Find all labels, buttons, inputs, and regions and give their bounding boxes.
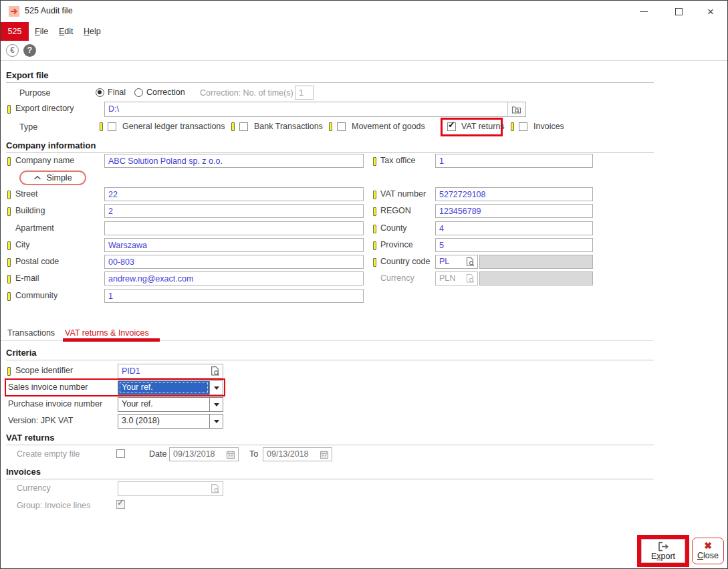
title-bar: 525 Audit file × <box>1 1 727 23</box>
community-label: Community <box>15 291 57 300</box>
menu-help[interactable]: Help <box>84 22 101 41</box>
building-field[interactable] <box>104 204 364 218</box>
bank-transactions-label[interactable]: Bank Transactions <box>254 122 323 131</box>
regon-field[interactable] <box>435 204 593 218</box>
movement-goods-label[interactable]: Movement of goods <box>352 122 425 131</box>
purchase-invoice-dropdown[interactable]: Your ref. <box>118 397 223 412</box>
dropdown-arrow-button[interactable] <box>209 381 223 394</box>
menu-file[interactable]: File <box>35 22 48 41</box>
tax-office-label: Tax office <box>380 156 416 165</box>
tab-transactions[interactable]: Transactions <box>7 328 55 338</box>
movement-goods-checkbox[interactable] <box>337 122 346 131</box>
required-marker <box>373 258 376 267</box>
scope-identifier-field[interactable]: PID1 <box>118 364 223 378</box>
building-label: Building <box>15 206 45 215</box>
lookup-icon[interactable] <box>210 366 221 376</box>
postal-code-label: Postal code <box>15 257 59 266</box>
invoices-checkbox[interactable] <box>519 122 527 131</box>
chevron-down-icon <box>214 386 219 390</box>
vat-number-label: VAT number <box>380 189 426 199</box>
minimize-button[interactable] <box>632 3 656 20</box>
divider <box>6 82 654 83</box>
browse-directory-button[interactable] <box>507 102 525 116</box>
version-jpk-label: Version: JPK VAT <box>8 416 74 425</box>
export-directory-field[interactable]: D:\ <box>104 102 526 117</box>
create-empty-file-checkbox[interactable] <box>116 449 125 458</box>
country-name-field-disabled <box>479 255 593 269</box>
divider <box>6 360 654 360</box>
create-empty-file-label: Create empty file <box>17 449 80 459</box>
required-marker <box>100 122 103 131</box>
dropdown-arrow-button[interactable] <box>209 398 223 411</box>
dropdown-arrow-button[interactable] <box>209 415 223 428</box>
province-label: Province <box>380 240 413 249</box>
lookup-icon[interactable] <box>465 257 475 267</box>
invoices-label[interactable]: Invoices <box>533 122 564 131</box>
menu-badge: 525 <box>1 22 29 41</box>
vat-returns-label[interactable]: VAT returns <box>461 122 505 131</box>
invoices-heading: Invoices <box>6 467 41 477</box>
maximize-button[interactable] <box>666 3 691 20</box>
date-from-field[interactable]: 09/13/2018 <box>169 447 239 461</box>
simple-toggle-button[interactable]: Simple <box>19 170 86 185</box>
currency-euro-icon[interactable]: € <box>6 44 19 57</box>
general-ledger-label[interactable]: General ledger transactions <box>122 122 225 131</box>
close-x-icon: ✖ <box>704 541 712 551</box>
close-window-button[interactable]: × <box>699 3 723 20</box>
tax-office-field[interactable] <box>435 154 593 168</box>
required-marker <box>329 122 332 131</box>
company-currency-field: PLN <box>435 271 478 286</box>
postal-code-field[interactable] <box>104 255 364 269</box>
calendar-icon[interactable] <box>226 450 235 459</box>
required-marker <box>7 157 11 166</box>
company-currency-value: PLN <box>439 273 455 283</box>
email-label: E-mail <box>15 273 39 283</box>
general-ledger-checkbox[interactable] <box>108 122 116 131</box>
final-radio[interactable] <box>96 88 104 97</box>
bank-transactions-checkbox[interactable] <box>239 122 248 131</box>
chevron-down-icon <box>214 420 219 423</box>
street-field[interactable] <box>104 187 364 201</box>
required-marker <box>373 157 376 166</box>
county-label: County <box>380 223 407 233</box>
vat-returns-checkbox[interactable]: ✓ <box>447 122 456 131</box>
lookup-icon-disabled <box>465 273 475 283</box>
city-field[interactable] <box>104 238 364 252</box>
close-window-icon: × <box>707 6 714 17</box>
purchase-invoice-label: Purchase invoice number <box>8 399 102 409</box>
apartment-field[interactable] <box>104 221 364 235</box>
province-field[interactable] <box>435 238 593 252</box>
vat-returns-heading: VAT returns <box>6 433 54 443</box>
invoice-currency-field <box>118 481 223 496</box>
email-field[interactable] <box>104 271 364 286</box>
apartment-label: Apartment <box>15 223 54 233</box>
chevron-down-icon <box>214 403 219 407</box>
close-button[interactable]: ✖ Close <box>692 538 724 564</box>
version-jpk-dropdown[interactable]: 3.0 (2018) <box>118 414 223 429</box>
export-button[interactable]: Export <box>641 539 685 563</box>
county-field[interactable] <box>435 221 593 235</box>
country-code-label: Country code <box>380 257 430 266</box>
required-marker <box>7 292 11 301</box>
correction-radio-label[interactable]: Correction <box>146 88 185 97</box>
country-code-field[interactable]: PL <box>435 255 478 269</box>
required-marker <box>511 122 514 131</box>
vat-number-field[interactable] <box>435 187 593 201</box>
help-icon[interactable]: ? <box>23 44 36 57</box>
company-name-field[interactable] <box>104 154 364 168</box>
menu-edit[interactable]: Edit <box>59 22 74 41</box>
calendar-icon[interactable] <box>320 450 329 459</box>
simple-button-label: Simple <box>46 173 72 183</box>
date-to-field[interactable]: 09/13/2018 <box>263 447 332 461</box>
correction-radio[interactable] <box>134 88 143 97</box>
export-directory-value: D:\ <box>108 104 119 114</box>
community-field[interactable] <box>104 289 364 303</box>
sales-invoice-dropdown[interactable]: Your ref. <box>118 380 223 395</box>
invoice-currency-label: Currency <box>17 483 51 493</box>
final-radio-label[interactable]: Final <box>108 88 126 97</box>
app-icon <box>9 6 19 17</box>
regon-label: REGON <box>380 206 411 215</box>
correction-times-input[interactable] <box>295 86 314 100</box>
currency-label: Currency <box>380 273 414 283</box>
tab-vat-returns-invoices[interactable]: VAT returns & Invoices <box>65 328 149 338</box>
